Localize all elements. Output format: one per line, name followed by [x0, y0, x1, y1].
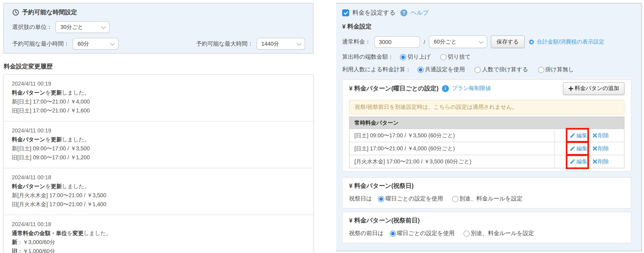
max-time-select[interactable]: 1440分	[256, 38, 305, 50]
weekday-pattern-title: ¥ 料金パターン(曜日ごとの設定)	[349, 84, 438, 92]
radio-option: 掛け算無し	[538, 66, 574, 73]
edit-link[interactable]: 編集	[570, 145, 588, 152]
holiday-label: 祝祭日は	[349, 195, 372, 202]
edit-link[interactable]: 編集	[570, 158, 588, 165]
radio-option: 曜日ごとの設定を使用	[378, 195, 443, 202]
pattern-table: 常時料金パターン [日土] 09:00〜17:00 / ￥3,500 (60分ご…	[349, 116, 624, 168]
info-icon[interactable]: i	[442, 85, 449, 92]
history-line: 旧[月火水木金] 17:00〜21:00 / ￥1,400	[12, 200, 305, 209]
holiday-warning: 祝祭/祝祭前日を別途設定時は、こちらの設定は適用されません。	[349, 100, 624, 114]
radio-selected[interactable]	[378, 196, 384, 202]
left-column: 予約可能な時間設定 選択肢の単位： 30分ごと 予約可能な最小時間： 60分 予…	[3, 3, 314, 253]
radio-unselected[interactable]	[440, 54, 446, 60]
check-icon	[343, 10, 348, 15]
radio-option: 切り上げ	[400, 53, 430, 61]
history-date: 2024/4/11 00:18	[12, 220, 305, 229]
plan-limit-link[interactable]: プラン毎制限値	[452, 85, 491, 92]
fee-unit-select-value: 60分ごと	[434, 38, 456, 46]
normal-fee-label: 通常料金：	[342, 38, 371, 46]
radio-label: 共通設定を使用	[425, 66, 465, 73]
radio-selected[interactable]	[400, 54, 406, 60]
max-time-label: 予約可能な最大時間：	[196, 40, 253, 48]
history-line: 旧[日土] 09:00〜17:00 / ￥1,200	[12, 153, 305, 162]
rounding-radio-group: 切り上げ切り捨て	[400, 53, 471, 61]
radio-unselected[interactable]	[464, 230, 470, 236]
history-line: 料金パターンを更新しました。	[12, 88, 305, 97]
enable-fee-checkbox[interactable]	[342, 9, 349, 16]
history-date: 2024/4/11 00:19	[12, 126, 305, 135]
history-date: 2024/4/11 00:19	[12, 80, 305, 88]
table-row: [日土] 09:00〜17:00 / ￥3,500 (60分ごと)編集削除	[350, 129, 624, 142]
rounding-label: 算出時の端数金額：	[342, 53, 394, 61]
pencil-icon	[570, 158, 576, 164]
radio-unselected[interactable]	[475, 66, 481, 73]
radio-option: 切り捨て	[440, 53, 471, 61]
delete-link[interactable]: 削除	[593, 132, 609, 139]
history-list: 2024/4/11 00:19料金パターンを更新しました。新[日土] 17:00…	[3, 74, 314, 253]
save-button[interactable]: 保存する	[491, 36, 524, 48]
radio-label: 曜日ごとの設定を使用	[397, 230, 454, 237]
preholiday-pattern-title: ¥ 料金パターン(祝祭前日)	[349, 217, 624, 224]
unit-select[interactable]: 30分ごと	[56, 21, 110, 33]
help-link[interactable]: ヘルプ	[410, 9, 429, 17]
people-calc-label: 利用人数による料金計算：	[342, 66, 411, 73]
min-time-select-value: 60分	[78, 40, 89, 48]
delete-link[interactable]: 削除	[593, 158, 609, 165]
delete-link[interactable]: 削除	[593, 145, 609, 152]
radio-selected[interactable]	[390, 230, 396, 236]
add-pattern-button-label: 料金パタンの追加	[574, 85, 619, 92]
pattern-actions: 編集削除	[554, 155, 624, 168]
history-line: 新[日土] 09:00〜17:00 / ￥3,500	[12, 144, 305, 153]
x-icon	[593, 146, 597, 151]
table-row: [日土] 17:00〜21:00 / ￥4,000 (60分ごと)編集削除	[350, 142, 624, 155]
edit-link[interactable]: 編集	[570, 132, 588, 139]
history-line: 料金パターンを更新しました。	[12, 135, 305, 144]
history-line: 料金パターンを更新しました。	[12, 182, 305, 191]
pattern-table-header: 常時料金パターン	[350, 117, 624, 129]
history-title: 料金設定変更履歴	[4, 63, 314, 70]
preholiday-pattern-card: ¥ 料金パターン(祝祭前日) 祝祭の前日は 曜日ごとの設定を使用別途、料金ルール…	[342, 212, 631, 243]
min-time-select[interactable]: 60分	[73, 38, 119, 50]
table-row: [月火水木金] 17:00〜21:00 / ￥3,500 (60分ごと)編集削除	[350, 155, 624, 168]
history-entry: 2024/4/11 00:18料金パターンを更新しました。新[月火水木金] 17…	[4, 168, 313, 215]
pattern-label: [日土] 17:00〜21:00 / ￥4,000 (60分ごと)	[350, 142, 554, 155]
pattern-label: [日土] 09:00〜17:00 / ￥3,500 (60分ごと)	[350, 129, 554, 142]
chevron-down-icon	[110, 41, 115, 46]
radio-selected[interactable]	[418, 66, 424, 73]
pattern-actions: 編集削除	[554, 129, 624, 142]
help-icon[interactable]: ?	[400, 9, 407, 16]
radio-option: 曜日ごとの設定を使用	[390, 230, 454, 237]
preholiday-radio-group: 曜日ごとの設定を使用別途、料金ルールを設定	[390, 230, 534, 237]
reservable-time-title-text: 予約可能な時間設定	[22, 8, 77, 16]
add-pattern-button[interactable]: 料金パタンの追加	[563, 82, 624, 95]
max-time-select-value: 1440分	[261, 40, 279, 48]
normal-fee-input[interactable]	[374, 36, 420, 48]
holiday-pattern-card: ¥ 料金パターン(祝祭日) 祝祭日は 曜日ごとの設定を使用別途、料金ルールを設定	[342, 177, 631, 208]
history-entry: 2024/4/11 00:18通常料金の金額・単位を変更しました。新：￥3,00…	[4, 215, 313, 253]
radio-unselected[interactable]	[538, 66, 544, 73]
radio-label: 切り上げ	[408, 53, 430, 61]
fee-unit-select[interactable]: 60分ごと	[429, 36, 487, 48]
radio-option: 共通設定を使用	[418, 66, 465, 73]
x-icon	[593, 159, 597, 164]
history-date: 2024/4/11 00:18	[12, 173, 305, 182]
fee-settings-title: ¥ 料金設定	[342, 23, 631, 30]
radio-label: 切り捨て	[448, 53, 471, 61]
clock-icon	[12, 9, 19, 16]
holiday-pattern-title: ¥ 料金パターン(祝祭日)	[349, 182, 624, 190]
min-time-label: 予約可能な最小時間：	[12, 40, 70, 48]
pattern-table-body: [日土] 09:00〜17:00 / ￥3,500 (60分ごと)編集削除[日土…	[350, 129, 624, 168]
page: 予約可能な時間設定 選択肢の単位： 30分ごと 予約可能な最小時間： 60分 予…	[0, 0, 644, 253]
pencil-icon	[570, 132, 576, 138]
people-calc-radio-group: 共通設定を使用人数で掛け算する掛け算無し	[418, 66, 574, 73]
tax-display-settings-link[interactable]: 合計金額/消費税の表示設定	[537, 38, 604, 46]
history-entry: 2024/4/11 00:19料金パターンを更新しました。新[日土] 09:00…	[4, 121, 313, 168]
history-line: 旧：￥1,000/60分	[12, 247, 305, 253]
reservable-time-panel: 予約可能な時間設定 選択肢の単位： 30分ごと 予約可能な最小時間： 60分 予…	[3, 3, 314, 54]
chevron-down-icon	[101, 24, 106, 29]
radio-unselected[interactable]	[452, 196, 458, 202]
history-line: 新[月火水木金] 17:00〜21:00 / ￥3,500	[12, 191, 305, 200]
history-line: 通常料金の金額・単位を変更しました。	[12, 229, 305, 238]
holiday-radio-group: 曜日ごとの設定を使用別途、料金ルールを設定	[378, 195, 522, 202]
radio-label: 掛け算無し	[545, 66, 574, 73]
